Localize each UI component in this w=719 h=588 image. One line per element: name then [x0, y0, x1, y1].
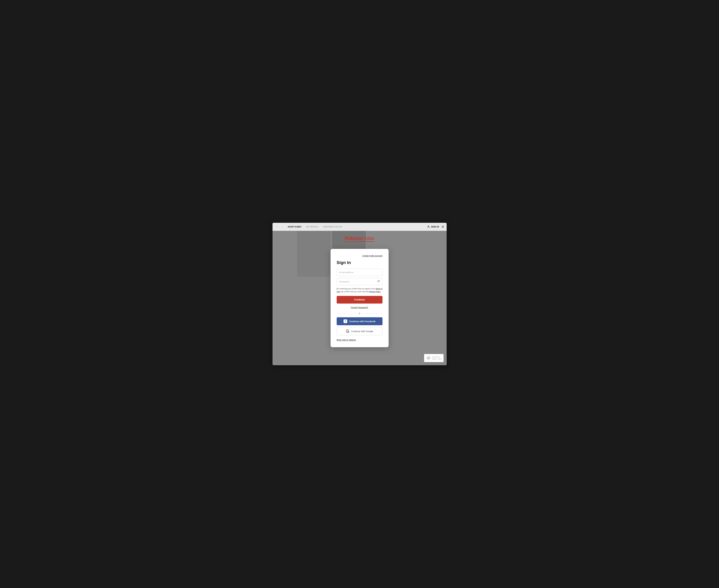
password-toggle-icon[interactable]: [377, 279, 381, 284]
recaptcha-badge: reCAPTCHA Privacy - Terms: [424, 354, 444, 362]
sign-in-modal: Create Kobo account Sign In: [331, 249, 389, 347]
svg-point-3: [426, 356, 431, 360]
sign-in-link[interactable]: SIGN IN: [427, 225, 439, 228]
nav-my-books[interactable]: MY BOOKS: [306, 226, 318, 228]
toolbar-right: SIGN IN ⚙: [427, 225, 444, 229]
terms-text-1: By continuing you confirm that you agree…: [337, 288, 375, 290]
svg-point-2: [378, 281, 379, 282]
modal-overlay: Create Kobo account Sign In: [272, 231, 447, 365]
facebook-btn-label: Continue with Facebook: [349, 320, 375, 323]
nav-shop-kobo[interactable]: SHOP KOBO: [288, 226, 302, 228]
create-account-section: Create Kobo account: [337, 254, 383, 257]
recaptcha-links[interactable]: Privacy - Terms: [432, 358, 441, 360]
recaptcha-text: reCAPTCHA Privacy - Terms: [432, 356, 441, 360]
recaptcha-logo: [426, 356, 431, 360]
email-field[interactable]: [337, 269, 383, 276]
browser-toolbar: ‹ › SHOP KOBO MY BOOKS EREADER SETUP SIG…: [272, 223, 447, 231]
facebook-signin-button[interactable]: f Continue with Facebook: [337, 317, 383, 325]
continue-button[interactable]: Continue: [337, 296, 383, 303]
site-nav: SHOP KOBO MY BOOKS EREADER SETUP: [288, 226, 424, 228]
svg-point-0: [428, 226, 429, 227]
page-content: Rakuten kobo Create Kobo account Sign In: [272, 231, 447, 365]
create-account-link[interactable]: Create Kobo account: [362, 254, 383, 257]
browser-nav: ‹ ›: [275, 225, 285, 229]
google-btn-label: Continue with Google: [351, 330, 373, 333]
divider-or-text: or: [358, 312, 360, 315]
password-field[interactable]: [337, 278, 383, 285]
google-icon: [346, 329, 349, 333]
google-signin-button[interactable]: Continue with Google: [337, 327, 383, 335]
privacy-policy-link[interactable]: Privacy Policy: [369, 291, 381, 293]
sign-in-label: SIGN IN: [431, 226, 439, 228]
facebook-icon: f: [344, 319, 347, 323]
forgot-password-link[interactable]: Forgot Password?: [337, 306, 383, 309]
svg-point-1: [377, 280, 380, 282]
divider: or: [337, 312, 383, 315]
back-button[interactable]: ‹: [275, 225, 279, 229]
nav-ereader-setup[interactable]: EREADER SETUP: [323, 226, 342, 228]
forward-button[interactable]: ›: [281, 225, 285, 229]
gear-icon[interactable]: ⚙: [441, 225, 444, 229]
password-wrapper: [337, 278, 383, 285]
modal-title: Sign In: [337, 260, 383, 265]
terms-text: By continuing you confirm that you agree…: [337, 287, 383, 293]
user-icon: [427, 225, 430, 228]
more-signin-options-link[interactable]: More sign-in options: [337, 339, 383, 341]
terms-text-2: and confirm that you have read the: [340, 291, 369, 293]
browser-window: ‹ › SHOP KOBO MY BOOKS EREADER SETUP SIG…: [272, 223, 447, 365]
